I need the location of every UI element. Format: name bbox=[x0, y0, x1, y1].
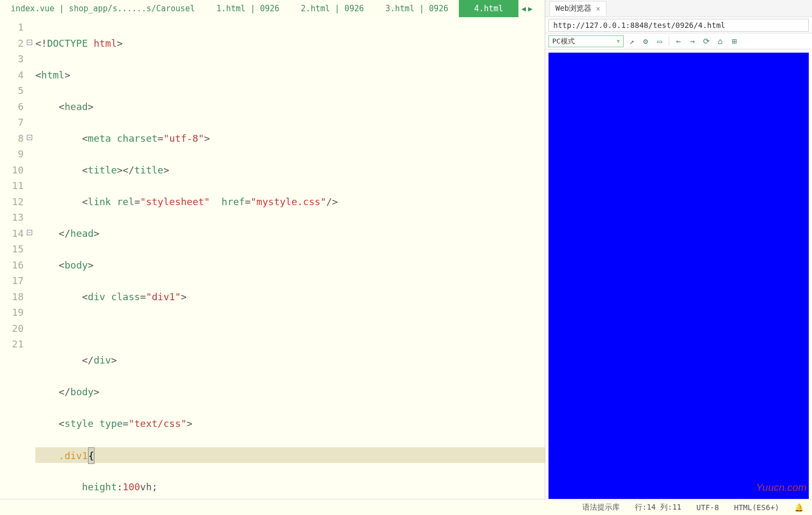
status-cursor: 行:14 列:11 bbox=[635, 503, 682, 512]
line-number: 6 bbox=[0, 99, 26, 115]
line-number: 19 bbox=[0, 304, 26, 321]
gutter: 1 2− 3 4 5 6 7 8− 9 10 11 12 13 14− 15 1… bbox=[0, 17, 26, 515]
browser-tab-title: Web浏览器 bbox=[555, 4, 591, 13]
line-number: 21 bbox=[0, 336, 26, 352]
tab-2-html[interactable]: 2.html | 0926 bbox=[290, 0, 375, 17]
status-bar: 语法提示库 行:14 列:11 UTF-8 HTML(ES6+) 🔔 bbox=[0, 499, 812, 515]
tab-4-html[interactable]: 4.html bbox=[459, 0, 518, 17]
browser-tab-bar: Web浏览器 × bbox=[545, 0, 812, 17]
line-number: 17 bbox=[0, 273, 26, 289]
address-bar bbox=[545, 17, 812, 33]
tab-next-icon[interactable]: ▶ bbox=[528, 4, 532, 13]
line-number: 9 bbox=[0, 146, 26, 162]
open-external-icon[interactable]: ↗ bbox=[626, 35, 638, 47]
preview-area: Yuucn.com bbox=[545, 49, 812, 515]
code-area[interactable]: 1 2− 3 4 5 6 7 8− 9 10 11 12 13 14− 15 1… bbox=[0, 17, 545, 515]
mode-select[interactable]: PC模式 ▼ bbox=[548, 35, 624, 47]
tab-1-html[interactable]: 1.html | 0926 bbox=[206, 0, 290, 17]
line-number: 14− bbox=[0, 226, 26, 242]
line-number: 18 bbox=[0, 289, 26, 305]
line-number: 7 bbox=[0, 114, 26, 130]
tab-nav: ◀ ▶ bbox=[518, 0, 536, 17]
toolbar-separator bbox=[669, 37, 669, 46]
line-number: 8− bbox=[0, 130, 26, 147]
window-icon[interactable]: ▭ bbox=[654, 35, 665, 47]
mode-label: PC模式 bbox=[552, 37, 575, 46]
browser-tab[interactable]: Web浏览器 × bbox=[550, 1, 606, 16]
line-number: 1 bbox=[0, 19, 26, 35]
status-encoding[interactable]: UTF-8 bbox=[697, 503, 719, 512]
tab-3-html[interactable]: 3.html | 0926 bbox=[375, 0, 459, 17]
gear-icon[interactable]: ⚙ bbox=[640, 35, 652, 47]
line-number: 3 bbox=[0, 51, 26, 67]
line-number: 2− bbox=[0, 35, 26, 52]
line-number: 13 bbox=[0, 209, 26, 226]
bell-icon[interactable]: 🔔 bbox=[794, 503, 803, 512]
lock-icon[interactable]: ⌂ bbox=[714, 35, 726, 47]
status-lang[interactable]: HTML(ES6+) bbox=[734, 503, 779, 512]
code-lines[interactable]: <!DOCTYPE html> <html> <head> <meta char… bbox=[26, 17, 545, 515]
close-icon[interactable]: × bbox=[596, 4, 600, 13]
tab-prev-icon[interactable]: ◀ bbox=[522, 4, 526, 13]
line-number: 5 bbox=[0, 83, 26, 99]
browser-toolbar: PC模式 ▼ ↗ ⚙ ▭ ← → ⟳ ⌂ ⊞ bbox=[545, 33, 812, 49]
grid-icon[interactable]: ⊞ bbox=[728, 35, 740, 47]
back-icon[interactable]: ← bbox=[672, 35, 684, 47]
forward-icon[interactable]: → bbox=[686, 35, 698, 47]
line-number: 11 bbox=[0, 178, 26, 194]
line-number: 10 bbox=[0, 162, 26, 178]
status-hint[interactable]: 语法提示库 bbox=[582, 503, 620, 512]
tab-bar: index.vue | shop_app/s......s/Carousel 1… bbox=[0, 0, 545, 17]
chevron-down-icon: ▼ bbox=[617, 38, 620, 44]
line-number: 16 bbox=[0, 257, 26, 273]
line-number: 15 bbox=[0, 241, 26, 257]
tab-index-vue[interactable]: index.vue | shop_app/s......s/Carousel bbox=[0, 0, 206, 17]
editor-pane: index.vue | shop_app/s......s/Carousel 1… bbox=[0, 0, 545, 515]
url-input[interactable] bbox=[548, 19, 809, 32]
cursor-caret: { bbox=[88, 447, 95, 465]
line-number: 20 bbox=[0, 321, 26, 337]
browser-pane: Web浏览器 × PC模式 ▼ ↗ ⚙ ▭ ← → ⟳ ⌂ ⊞ Yuucn.co… bbox=[545, 0, 812, 515]
refresh-icon[interactable]: ⟳ bbox=[700, 35, 712, 47]
preview-content bbox=[548, 53, 809, 512]
line-number: 12 bbox=[0, 194, 26, 210]
line-number: 4 bbox=[0, 67, 26, 83]
